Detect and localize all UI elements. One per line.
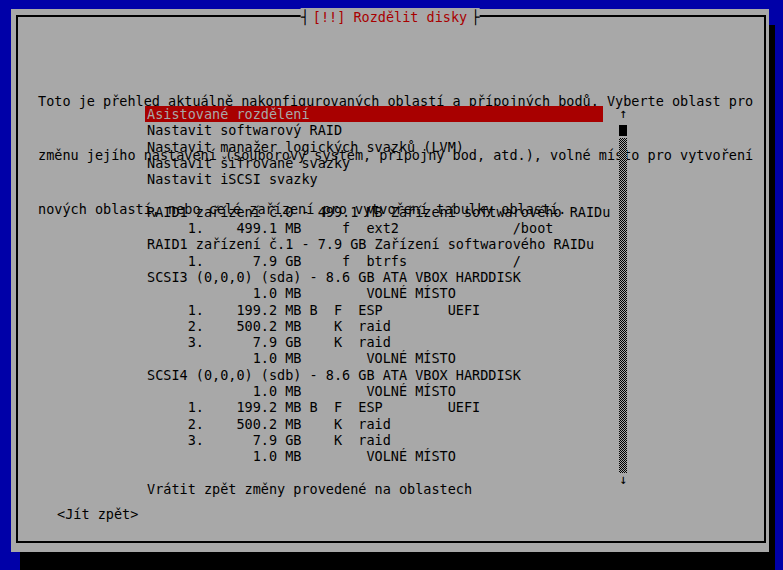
installer-screen: ┤[!!] Rozdělit disky├ Toto je přehled ak… <box>0 0 783 570</box>
list-row[interactable] <box>145 187 603 203</box>
list-row[interactable]: 3. 7.9 GB K raid <box>145 334 603 350</box>
list-row[interactable]: 1.0 MB VOLNÉ MÍSTO <box>145 383 603 399</box>
scrollbar-trough[interactable] <box>619 138 627 473</box>
list-row[interactable]: SCSI3 (0,0,0) (sda) - 8.6 GB ATA VBOX HA… <box>145 269 603 285</box>
list-row[interactable]: 1.0 MB VOLNÉ MÍSTO <box>145 285 603 301</box>
list-row[interactable]: RAID1 zařízení č.1 - 7.9 GB Zařízení sof… <box>145 236 603 252</box>
dialog-title: ┤[!!] Rozdělit disky├ <box>301 8 480 26</box>
listbox: Asistované rozděleníNastavit softwarový … <box>145 106 603 497</box>
page-title: [!!] Rozdělit disky <box>309 9 471 25</box>
list-row[interactable]: Nastavit iSCSI svazky <box>145 171 603 187</box>
list-row[interactable]: 1. 199.2 MB B F ESP UEFI <box>145 399 603 415</box>
list-row[interactable]: 1.0 MB VOLNÉ MÍSTO <box>145 448 603 464</box>
list-row[interactable]: 2. 500.2 MB K raid <box>145 416 603 432</box>
list-row[interactable]: Vrátit zpět změny provedené na oblastech <box>145 481 603 497</box>
list-row[interactable]: 2. 500.2 MB K raid <box>145 318 603 334</box>
go-back-button[interactable]: <Jít zpět> <box>57 506 138 522</box>
scrollbar-up-arrow-icon[interactable]: ↑ <box>614 105 632 121</box>
border-tee-right-icon: ├ <box>471 9 479 25</box>
list-row[interactable]: RAID1 zařízení č.0 - 499.1 MB Zařízení s… <box>145 204 603 220</box>
list-row[interactable] <box>145 465 603 481</box>
list-row[interactable]: Asistované rozdělení <box>145 106 603 122</box>
scrollbar-down-arrow-icon[interactable]: ↓ <box>614 471 632 487</box>
list-row[interactable]: SCSI4 (0,0,0) (sdb) - 8.6 GB ATA VBOX HA… <box>145 367 603 383</box>
border-tee-left-icon: ┤ <box>301 9 309 25</box>
list-row[interactable]: Nastavit šifrované svazky <box>145 155 603 171</box>
list-row[interactable]: Nastavit manažer logických svazků (LVM) <box>145 139 603 155</box>
list-row[interactable]: 1.0 MB VOLNÉ MÍSTO <box>145 350 603 366</box>
list-row[interactable]: 1. 199.2 MB B F ESP UEFI <box>145 302 603 318</box>
list-row[interactable]: 1. 499.1 MB f ext2 /boot <box>145 220 603 236</box>
list-row[interactable]: 1. 7.9 GB f btrfs / <box>145 253 603 269</box>
list-row[interactable]: Nastavit softwarový RAID <box>145 122 603 138</box>
list-row[interactable]: 3. 7.9 GB K raid <box>145 432 603 448</box>
scrollbar-thumb[interactable] <box>619 125 627 136</box>
